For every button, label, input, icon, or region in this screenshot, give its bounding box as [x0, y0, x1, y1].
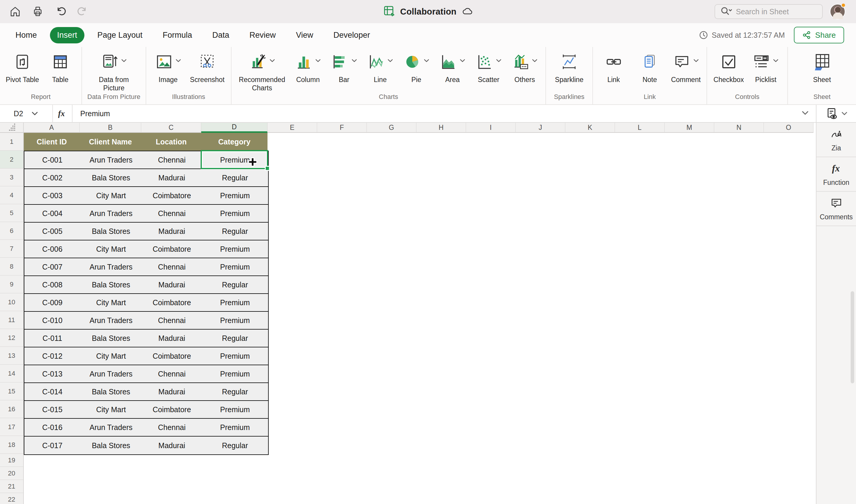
cell[interactable]: Madurai	[142, 222, 202, 240]
cell[interactable]: Chennai	[142, 312, 202, 329]
cell[interactable]: C-013	[24, 365, 80, 382]
sheet-grid[interactable]: ABCDEFGHIJKLMNO 123456789101112131415161…	[0, 123, 816, 504]
formula-input[interactable]: Premium	[73, 109, 801, 118]
cell[interactable]: C-001	[24, 151, 80, 168]
row-header-12[interactable]: 12	[0, 329, 24, 347]
column-header-g[interactable]: G	[367, 123, 416, 133]
cell[interactable]: Premium	[202, 401, 268, 418]
cell[interactable]: C-003	[24, 187, 80, 204]
chevron-down-icon[interactable]	[693, 60, 699, 64]
cell[interactable]: Coimbatore	[142, 294, 202, 311]
row-header-7[interactable]: 7	[0, 240, 24, 258]
row-header-6[interactable]: 6	[0, 222, 24, 240]
cell[interactable]: Coimbatore	[142, 187, 202, 204]
chevron-down-icon[interactable]	[175, 60, 182, 64]
column-header-h[interactable]: H	[416, 123, 466, 133]
ribbon-button-line[interactable]: Line	[365, 51, 396, 84]
cell[interactable]: Madurai	[142, 276, 202, 293]
ribbon-button-link[interactable]: Link	[598, 51, 629, 84]
cell[interactable]: Madurai	[142, 329, 202, 347]
ribbon-button-checkbox[interactable]: Checkbox	[713, 51, 744, 84]
ribbon-button-area[interactable]: Area	[437, 51, 468, 84]
sheet-view-button[interactable]	[817, 105, 856, 123]
chevron-down-icon[interactable]	[31, 110, 39, 118]
cell[interactable]: Bala Stores	[80, 169, 142, 186]
cell[interactable]: C-015	[24, 401, 80, 418]
print-icon[interactable]	[32, 5, 44, 18]
cell[interactable]: Chennai	[142, 205, 202, 222]
row-header-8[interactable]: 8	[0, 258, 24, 275]
column-header-n[interactable]: N	[714, 123, 764, 133]
chevron-down-icon[interactable]	[459, 60, 466, 64]
column-header-e[interactable]: E	[268, 123, 317, 133]
ribbon-button-pie[interactable]: Pie	[401, 51, 432, 84]
cell[interactable]: Premium	[202, 151, 268, 168]
row-header-22[interactable]: 22	[0, 493, 24, 504]
cell[interactable]: Regular	[202, 222, 268, 240]
cell[interactable]: Premium	[202, 187, 268, 204]
cell[interactable]: C-006	[24, 240, 80, 258]
row-header-11[interactable]: 11	[0, 311, 24, 329]
user-avatar[interactable]	[830, 4, 845, 19]
side-panel-zia[interactable]: Zia	[817, 123, 856, 157]
ribbon-button-column[interactable]: Column	[292, 51, 323, 84]
ribbon-button-recommended-charts[interactable]: Recommended Charts	[237, 51, 287, 92]
row-header-19[interactable]: 19	[0, 454, 24, 467]
cell[interactable]: C-008	[24, 276, 80, 293]
menu-tab-developer[interactable]: Developer	[326, 27, 377, 43]
ribbon-button-screenshot[interactable]: Screenshot	[190, 51, 225, 84]
column-header-m[interactable]: M	[664, 123, 714, 133]
table-header-category[interactable]: Category	[201, 133, 268, 151]
ribbon-button-sheet[interactable]: Sheet	[807, 51, 838, 84]
row-header-13[interactable]: 13	[0, 347, 24, 365]
cell[interactable]: C-014	[24, 383, 80, 400]
formula-bar-expand-icon[interactable]	[801, 109, 816, 118]
ribbon-button-data-from-picture[interactable]: Data from Picture	[89, 51, 139, 92]
cell[interactable]: C-012	[24, 347, 80, 365]
cell[interactable]: Bala Stores	[80, 276, 142, 293]
cell[interactable]: Arun Traders	[80, 419, 142, 436]
cell[interactable]: City Mart	[80, 401, 142, 418]
cell[interactable]: Arun Traders	[80, 365, 142, 382]
cell[interactable]: Bala Stores	[80, 222, 142, 240]
redo-icon[interactable]	[77, 5, 89, 18]
menu-tab-review[interactable]: Review	[242, 27, 283, 43]
cell[interactable]: City Mart	[80, 347, 142, 365]
chevron-down-icon[interactable]	[841, 110, 848, 117]
ribbon-button-sparkline[interactable]: Sparkline	[554, 51, 585, 84]
chevron-down-icon[interactable]	[269, 60, 275, 64]
cell[interactable]: City Mart	[80, 294, 142, 311]
table-header-location[interactable]: Location	[141, 133, 201, 151]
table-header-client-name[interactable]: Client Name	[79, 133, 141, 151]
cell[interactable]: C-016	[24, 419, 80, 436]
cell[interactable]: C-007	[24, 258, 80, 275]
row-header-14[interactable]: 14	[0, 365, 24, 382]
column-header-l[interactable]: L	[615, 123, 664, 133]
menu-tab-insert[interactable]: Insert	[50, 27, 84, 43]
cell[interactable]: Regular	[202, 383, 268, 400]
column-header-k[interactable]: K	[565, 123, 615, 133]
cell[interactable]: Arun Traders	[80, 312, 142, 329]
cell[interactable]: Regular	[202, 169, 268, 186]
cell[interactable]: Chennai	[142, 151, 202, 168]
chevron-down-icon[interactable]	[315, 60, 321, 64]
row-header-2[interactable]: 2	[0, 151, 24, 168]
cell[interactable]: C-009	[24, 294, 80, 311]
ribbon-button-pivot-table[interactable]: Pivot Table	[6, 51, 39, 84]
row-header-5[interactable]: 5	[0, 204, 24, 222]
row-header-4[interactable]: 4	[0, 186, 24, 204]
cell[interactable]: City Mart	[80, 240, 142, 258]
ribbon-button-table[interactable]: Table	[45, 51, 76, 84]
row-header-15[interactable]: 15	[0, 382, 24, 400]
cell[interactable]: Coimbatore	[142, 401, 202, 418]
ribbon-button-note[interactable]: Note	[634, 51, 665, 84]
cell[interactable]: Madurai	[142, 383, 202, 400]
cell[interactable]: Arun Traders	[80, 258, 142, 275]
row-header-3[interactable]: 3	[0, 168, 24, 186]
cell[interactable]: Premium	[202, 258, 268, 275]
menu-tab-data[interactable]: Data	[205, 27, 236, 43]
cell[interactable]: Bala Stores	[80, 329, 142, 347]
cell[interactable]: Arun Traders	[80, 205, 142, 222]
cell[interactable]: C-010	[24, 312, 80, 329]
cell[interactable]: Coimbatore	[142, 240, 202, 258]
